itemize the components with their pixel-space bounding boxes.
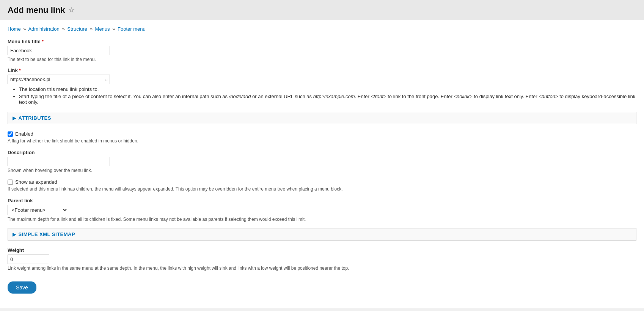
link-clear-icon[interactable]: ○ [105,77,108,83]
parent-link-section: Parent link <Footer menu> The maximum de… [8,198,636,222]
link-label: Link* [8,67,636,73]
link-description-list: The location this menu link points to. S… [19,86,636,105]
xml-sitemap-arrow-icon: ▶ [13,232,16,237]
breadcrumb-administration[interactable]: Administration [28,26,59,32]
link-input[interactable] [8,75,110,84]
breadcrumb-footer-menu[interactable]: Footer menu [118,26,146,32]
menu-link-title-label: Menu link title* [8,39,636,44]
weight-label: Weight [8,247,636,253]
weight-input[interactable] [8,255,49,264]
attributes-arrow-icon: ▶ [13,116,16,121]
link-desc-internal-path: /node/add [229,94,251,99]
breadcrumb-home[interactable]: Home [8,26,21,32]
link-section: Link* ○ The location this menu link poin… [8,67,636,105]
save-button[interactable]: Save [8,281,36,294]
enabled-label: Enabled [15,131,33,137]
enabled-section: Enabled A flag for whether the link shou… [8,131,636,144]
enabled-row: Enabled [8,131,636,137]
breadcrumb-sep-3: » [90,26,93,32]
menu-link-title-section: Menu link title* The text to be used for… [8,39,636,62]
show-expanded-row: Show as expanded [8,179,636,185]
breadcrumb-menus[interactable]: Menus [95,26,110,32]
attributes-section: ▶ ATTRIBUTES [8,112,636,124]
link-desc-item-1: The location this menu link points to. [19,86,636,92]
required-star-link: * [19,67,21,73]
description-help: Shown when hovering over the menu link. [8,168,636,173]
show-expanded-checkbox[interactable] [8,180,13,185]
required-star-title: * [42,39,44,44]
enabled-checkbox[interactable] [8,131,13,137]
breadcrumb-sep-2: » [62,26,64,32]
favorite-star-icon[interactable]: ☆ [68,6,74,14]
menu-link-title-input[interactable] [8,46,110,55]
description-label: Description [8,150,636,155]
link-desc-button: <button> [539,94,558,99]
link-desc-external-url: http://example.com [313,94,355,99]
xml-sitemap-toggle[interactable]: ▶ SIMPLE XML SITEMAP [8,228,636,240]
parent-link-label: Parent link [8,198,636,203]
xml-sitemap-label: SIMPLE XML SITEMAP [19,231,75,237]
page-title: Add menu link ☆ [8,5,636,15]
attributes-toggle[interactable]: ▶ ATTRIBUTES [8,112,636,124]
show-expanded-description: If selected and this menu link has child… [8,186,636,192]
link-desc-nolink: <nolink> [454,94,472,99]
weight-description: Link weight among links in the same menu… [8,266,636,271]
xml-sitemap-section: ▶ SIMPLE XML SITEMAP [8,228,636,241]
parent-link-select[interactable]: <Footer menu> [8,205,68,215]
parent-link-description: The maximum depth for a link and all its… [8,217,636,222]
breadcrumb-sep-4: » [112,26,115,32]
menu-link-title-description: The text to be used for this link in the… [8,57,636,62]
page-title-text: Add menu link [8,5,65,15]
description-input[interactable] [8,157,110,166]
link-desc-front: <front> [371,94,386,99]
show-expanded-section: Show as expanded If selected and this me… [8,179,636,192]
breadcrumb-sep-1: » [23,26,26,32]
page-content: Home » Administration » Structure » Menu… [0,20,644,308]
weight-section: Weight Link weight among links in the sa… [8,247,636,271]
attributes-label: ATTRIBUTES [19,115,51,121]
link-desc-item-2: Start typing the title of a piece of con… [19,94,636,105]
description-section: Description Shown when hovering over the… [8,150,636,173]
breadcrumb-structure[interactable]: Structure [67,26,87,32]
breadcrumb: Home » Administration » Structure » Menu… [8,26,636,32]
link-input-wrapper: ○ [8,75,110,84]
page-header: Add menu link ☆ [0,0,644,20]
show-expanded-label: Show as expanded [15,179,57,185]
enabled-description: A flag for whether the link should be en… [8,138,636,144]
